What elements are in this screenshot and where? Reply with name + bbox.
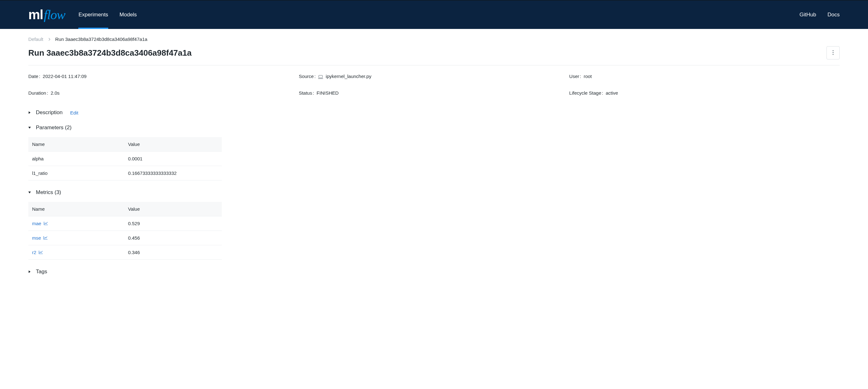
logo-ml: ml [28,7,43,22]
more-actions-button[interactable] [827,46,840,59]
metric-value: 0.456 [124,231,222,245]
section-description-header[interactable]: Description Edit [28,109,840,116]
parameters-table: Name Value alpha 0.0001 l1_ratio 0.16673… [28,137,222,181]
col-value: Value [124,202,222,216]
section-description: Description Edit [28,109,840,116]
nav-link-github[interactable]: GitHub [799,12,816,18]
meta-user-value: root [584,73,592,79]
metric-link-r2[interactable]: r2 [32,250,43,255]
table-header-row: Name Value [28,202,222,216]
metric-name: r2 [32,250,36,255]
metric-name: mse [32,235,41,240]
section-parameters-title: Parameters (2) [36,125,71,131]
meta-duration-value: 2.0s [51,90,59,96]
metric-name-cell: mse [28,231,124,245]
col-name: Name [28,202,124,216]
nav-tab-models[interactable]: Models [120,1,137,29]
table-row: alpha 0.0001 [28,152,222,166]
param-value: 0.16673333333333332 [124,166,222,181]
meta-lifecycle-value: active [606,90,618,96]
section-description-title: Description [36,109,63,116]
svg-point-0 [833,50,834,51]
kebab-icon [832,50,834,56]
meta-grid: Date 2022-04-01 11:47:09 Source ipykerne… [28,73,840,96]
edit-description-link[interactable]: Edit [70,110,78,116]
metric-name-cell: mae [28,216,124,231]
meta-date-label: Date [28,73,40,79]
metric-link-mae[interactable]: mae [32,221,48,226]
caret-down-icon [28,126,31,129]
page-title: Run 3aaec3b8a3724b3d8ca3406a98f47a1a [28,48,192,58]
svg-point-1 [833,52,834,53]
table-header-row: Name Value [28,137,222,152]
table-row: r2 0.346 [28,245,222,260]
meta-status-label: Status [299,90,314,96]
chevron-right-icon [48,36,51,42]
topbar: ml flow Experiments Models GitHub Docs [0,0,868,29]
table-row: mae 0.529 [28,216,222,231]
chart-icon [43,235,48,240]
meta-lifecycle-label: Lifecycle Stage [569,90,603,96]
section-parameters-header[interactable]: Parameters (2) [28,125,840,131]
caret-down-icon [28,191,31,194]
meta-date-value: 2022-04-01 11:47:09 [43,73,87,79]
chart-icon [44,221,48,226]
section-parameters: Parameters (2) Name Value alpha 0.0001 l… [28,125,840,181]
section-tags-header[interactable]: Tags [28,268,840,275]
meta-source-label: Source [299,73,316,79]
meta-user: User root [569,73,840,79]
caret-right-icon [28,270,31,273]
meta-user-label: User [569,73,581,79]
meta-date: Date 2022-04-01 11:47:09 [28,73,299,79]
param-value: 0.0001 [124,152,222,166]
nav-link-docs[interactable]: Docs [828,12,840,18]
table-row: l1_ratio 0.16673333333333332 [28,166,222,181]
breadcrumb: Default Run 3aaec3b8a3724b3d8ca3406a98f4… [28,36,840,42]
col-name: Name [28,137,124,152]
metric-value: 0.346 [124,245,222,260]
nav-right: GitHub Docs [799,12,840,18]
param-name: alpha [28,152,124,166]
meta-status: Status FINISHED [299,90,569,96]
chart-icon [39,250,43,255]
content: Default Run 3aaec3b8a3724b3d8ca3406a98f4… [0,29,868,302]
breadcrumb-current: Run 3aaec3b8a3724b3d8ca3406a98f47a1a [55,36,148,42]
meta-source-value[interactable]: ipykernel_launcher.py [318,73,371,79]
caret-right-icon [28,111,31,114]
metrics-table: Name Value mae 0.529 [28,202,222,260]
section-metrics-header[interactable]: Metrics (3) [28,189,840,196]
meta-duration-label: Duration [28,90,48,96]
metric-link-mse[interactable]: mse [32,235,48,240]
meta-duration: Duration 2.0s [28,90,299,96]
logo[interactable]: ml flow [28,7,65,22]
title-row: Run 3aaec3b8a3724b3d8ca3406a98f47a1a [28,46,840,65]
meta-lifecycle: Lifecycle Stage active [569,90,840,96]
section-tags-title: Tags [36,268,47,275]
svg-point-2 [833,54,834,55]
logo-flow: flow [44,7,65,22]
laptop-icon [318,74,323,78]
breadcrumb-root[interactable]: Default [28,36,43,42]
metric-name-cell: r2 [28,245,124,260]
param-name: l1_ratio [28,166,124,181]
table-row: mse 0.456 [28,231,222,245]
col-value: Value [124,137,222,152]
section-metrics-title: Metrics (3) [36,189,61,196]
metric-value: 0.529 [124,216,222,231]
section-metrics: Metrics (3) Name Value mae 0.529 [28,189,840,260]
svg-rect-3 [319,75,322,78]
meta-source-text: ipykernel_launcher.py [326,73,371,79]
section-tags: Tags [28,268,840,275]
nav-tabs: Experiments Models [78,1,136,29]
nav-tab-experiments[interactable]: Experiments [78,1,108,29]
meta-status-value: FINISHED [316,90,339,96]
metric-name: mae [32,221,41,226]
meta-source: Source ipykernel_launcher.py [299,73,569,79]
